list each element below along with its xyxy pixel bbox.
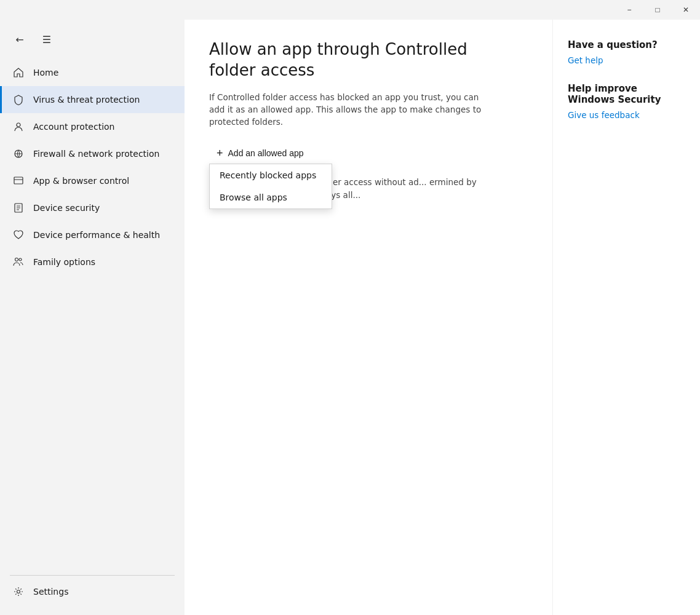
add-app-container: + Add an allowed app Recently blocked ap… — [209, 143, 311, 164]
app-browser-icon — [12, 175, 25, 187]
right-panel: Have a question? Get help Help improve W… — [552, 20, 700, 615]
svg-point-0 — [17, 123, 20, 127]
window: ← ☰ Home Virus & threat protection — [0, 20, 700, 615]
titlebar: − □ ✕ — [0, 0, 700, 20]
sidebar-item-device-security-label: Device security — [33, 202, 100, 213]
page-title: Allow an app through Controlled folder a… — [209, 39, 504, 81]
help-section: Have a question? Get help — [568, 39, 685, 66]
sidebar-item-virus[interactable]: Virus & threat protection — [0, 86, 185, 113]
firewall-icon — [12, 148, 25, 160]
sidebar-item-app-browser-label: App & browser control — [33, 175, 129, 186]
sidebar-bottom: Settings — [0, 573, 185, 615]
close-button[interactable]: ✕ — [672, 0, 700, 20]
sidebar-divider — [10, 575, 175, 576]
svg-point-9 — [19, 258, 22, 261]
svg-point-8 — [15, 258, 18, 261]
sidebar-item-firewall-label: Firewall & network protection — [33, 148, 159, 159]
recently-blocked-option[interactable]: Recently blocked apps — [210, 164, 332, 186]
sidebar-item-device-health[interactable]: Device performance & health — [0, 221, 185, 248]
get-help-link[interactable]: Get help — [568, 55, 603, 65]
sidebar-item-device-security[interactable]: Device security — [0, 194, 185, 221]
account-icon — [12, 121, 25, 133]
back-button[interactable]: ← — [10, 30, 30, 49]
page-description: If Controlled folder access has blocked … — [209, 91, 492, 129]
home-icon — [12, 66, 25, 79]
shield-icon — [12, 93, 25, 106]
feedback-title: Help improve Windows Security — [568, 83, 685, 105]
sidebar-item-device-health-label: Device performance & health — [33, 229, 160, 240]
sidebar-item-app-browser[interactable]: App & browser control — [0, 167, 185, 194]
add-app-button[interactable]: + Add an allowed app — [209, 143, 311, 164]
minimize-button[interactable]: − — [615, 0, 643, 20]
sidebar-item-virus-label: Virus & threat protection — [33, 94, 140, 105]
sidebar-item-settings-label: Settings — [33, 586, 68, 597]
plus-icon: + — [217, 148, 223, 159]
hamburger-button[interactable]: ☰ — [37, 30, 57, 49]
sidebar-item-firewall[interactable]: Firewall & network protection — [0, 140, 185, 167]
device-security-icon — [12, 202, 25, 214]
settings-icon — [12, 585, 25, 598]
device-health-icon — [12, 229, 25, 241]
browse-all-option[interactable]: Browse all apps — [210, 186, 332, 208]
sidebar-item-family[interactable]: Family options — [0, 248, 185, 276]
add-app-label: Add an allowed app — [228, 148, 304, 158]
maximize-button[interactable]: □ — [643, 0, 672, 20]
feedback-section: Help improve Windows Security Give us fe… — [568, 83, 685, 121]
family-icon — [12, 256, 25, 268]
main-content: Allow an app through Controlled folder a… — [185, 20, 552, 615]
sidebar-item-family-label: Family options — [33, 256, 95, 268]
sidebar-item-home[interactable]: Home — [0, 59, 185, 86]
sidebar-item-home-label: Home — [33, 67, 58, 78]
sidebar-top: ← ☰ — [0, 25, 185, 54]
sidebar-item-account[interactable]: Account protection — [0, 113, 185, 140]
sidebar: ← ☰ Home Virus & threat protection — [0, 20, 185, 615]
sidebar-item-account-label: Account protection — [33, 121, 115, 132]
svg-point-10 — [17, 590, 20, 593]
help-title: Have a question? — [568, 39, 685, 50]
svg-rect-2 — [14, 177, 23, 184]
feedback-link[interactable]: Give us feedback — [568, 110, 640, 120]
sidebar-item-settings[interactable]: Settings — [0, 578, 185, 605]
add-app-dropdown: Recently blocked apps Browse all apps — [209, 164, 332, 209]
